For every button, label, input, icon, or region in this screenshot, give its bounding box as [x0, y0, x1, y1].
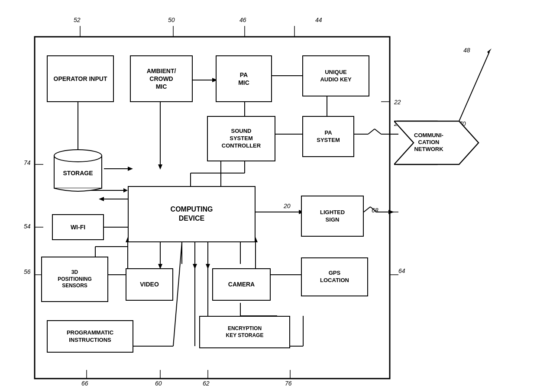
positioning-sensors-box: 3DPOSITIONINGSENSORS — [41, 257, 108, 302]
svg-text:STORAGE: STORAGE — [63, 170, 93, 177]
camera-box: CAMERA — [212, 268, 271, 301]
ref-46: 46 — [239, 16, 246, 23]
video-box: VIDEO — [126, 268, 173, 301]
ref-64: 64 — [398, 267, 405, 274]
ref-22: 22 — [394, 99, 401, 106]
diagram-container: 52 50 46 44 48 22 24 70 74 54 20 80 56 6… — [0, 0, 537, 392]
lighted-sign-box: LIGHTEDSIGN — [301, 196, 364, 237]
svg-point-85 — [54, 150, 102, 162]
svg-marker-6 — [158, 164, 162, 170]
programmatic-instructions-box: PROGRAMMATICINSTRUCTIONS — [47, 320, 133, 353]
ambient-crowd-mic-box: AMBIENT/CROWDMIC — [130, 55, 193, 102]
pa-system-box: PASYSTEM — [302, 116, 354, 157]
svg-text:COMMUNI-: COMMUNI- — [414, 132, 443, 138]
storage-box: STORAGE — [52, 147, 104, 195]
svg-text:CATION: CATION — [418, 139, 440, 145]
ref-48: 48 — [463, 47, 470, 54]
ref-62: 62 — [203, 380, 210, 387]
sound-system-controller-box: SOUNDSYSTEMCONTROLLER — [207, 116, 275, 161]
ref-56: 56 — [24, 268, 31, 275]
ref-50: 50 — [168, 16, 175, 23]
unique-audio-key-box: UNIQUEAUDIO KEY — [302, 55, 369, 96]
svg-marker-26 — [99, 197, 104, 201]
svg-line-60 — [173, 242, 182, 346]
ref-20: 20 — [284, 202, 291, 209]
svg-line-38 — [375, 129, 381, 134]
wifi-box: WI-FI — [52, 214, 104, 240]
communication-network-box: COMMUNI- CATION NETWORK — [394, 115, 489, 171]
ref-44: 44 — [315, 16, 322, 23]
svg-line-37 — [368, 129, 375, 134]
ref-68: 68 — [372, 207, 378, 214]
ref-60: 60 — [155, 380, 162, 387]
computing-device-box: COMPUTINGDEVICE — [128, 186, 256, 242]
ref-52: 52 — [74, 16, 81, 23]
operator-input-box: OPERATOR INPUT — [47, 55, 114, 102]
pa-mic-box: PAMIC — [216, 55, 272, 102]
gps-location-box: GPSLOCATION — [301, 257, 368, 296]
svg-line-32 — [364, 207, 370, 212]
encryption-key-storage-box: ENCRYPTIONKEY STORAGE — [199, 316, 290, 348]
ref-66: 66 — [81, 380, 88, 387]
svg-line-68 — [459, 52, 489, 121]
ref-74: 74 — [24, 159, 31, 166]
svg-text:NETWORK: NETWORK — [414, 146, 443, 152]
svg-marker-4 — [123, 188, 128, 193]
svg-marker-24 — [128, 167, 133, 171]
ref-76: 76 — [285, 380, 292, 387]
ref-54: 54 — [24, 223, 31, 230]
